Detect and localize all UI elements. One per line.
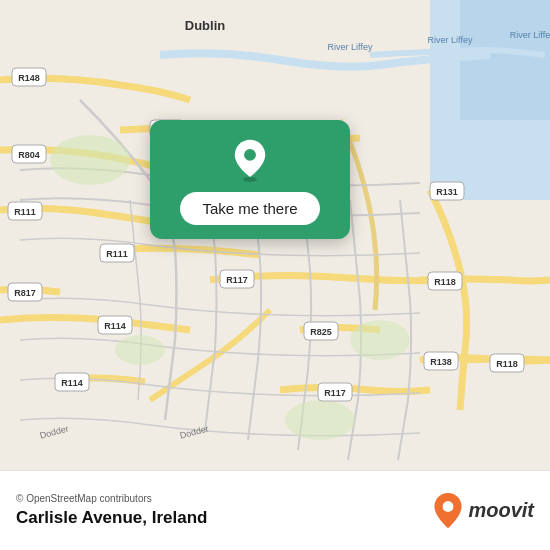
svg-point-3 xyxy=(50,135,130,185)
moovit-pin-icon xyxy=(432,492,464,530)
moovit-logo: moovit xyxy=(432,492,534,530)
svg-text:R131: R131 xyxy=(436,187,458,197)
svg-text:R825: R825 xyxy=(310,327,332,337)
svg-point-6 xyxy=(285,400,355,440)
svg-text:R138: R138 xyxy=(430,357,452,367)
location-pin-icon xyxy=(228,138,272,182)
svg-point-43 xyxy=(243,177,257,182)
svg-text:R117: R117 xyxy=(324,388,346,398)
svg-point-45 xyxy=(443,501,454,512)
svg-text:R111: R111 xyxy=(106,249,128,259)
moovit-text: moovit xyxy=(468,499,534,522)
svg-text:R148: R148 xyxy=(18,73,40,83)
osm-credit: © OpenStreetMap contributors xyxy=(16,493,207,504)
take-me-there-button[interactable]: Take me there xyxy=(180,192,319,225)
location-name: Carlisle Avenue, Ireland xyxy=(16,508,207,528)
svg-text:R114: R114 xyxy=(104,321,126,331)
svg-text:River Liffe: River Liffe xyxy=(510,30,550,40)
svg-text:River Liffey: River Liffey xyxy=(428,35,473,45)
svg-text:River Liffey: River Liffey xyxy=(328,42,373,52)
popup-card: Take me there xyxy=(150,120,350,239)
location-info: © OpenStreetMap contributors Carlisle Av… xyxy=(16,493,207,528)
svg-point-4 xyxy=(350,320,410,360)
svg-text:R111: R111 xyxy=(14,207,36,217)
svg-text:R117: R117 xyxy=(226,275,248,285)
svg-text:R114: R114 xyxy=(61,378,83,388)
svg-text:R118: R118 xyxy=(496,359,518,369)
svg-text:R804: R804 xyxy=(18,150,40,160)
svg-rect-2 xyxy=(460,0,550,120)
svg-text:Dublin: Dublin xyxy=(185,18,225,33)
svg-point-44 xyxy=(244,149,256,161)
svg-text:R118: R118 xyxy=(434,277,456,287)
svg-point-5 xyxy=(115,335,165,365)
bottom-bar: © OpenStreetMap contributors Carlisle Av… xyxy=(0,470,550,550)
svg-text:R817: R817 xyxy=(14,288,36,298)
